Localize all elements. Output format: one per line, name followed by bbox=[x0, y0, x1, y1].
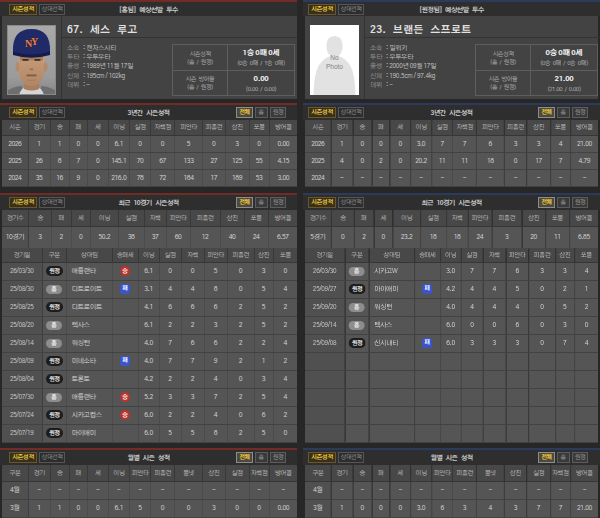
svg-text:Photo: Photo bbox=[326, 63, 343, 70]
svg-text:Y: Y bbox=[31, 36, 39, 47]
svg-text:No: No bbox=[330, 54, 339, 61]
